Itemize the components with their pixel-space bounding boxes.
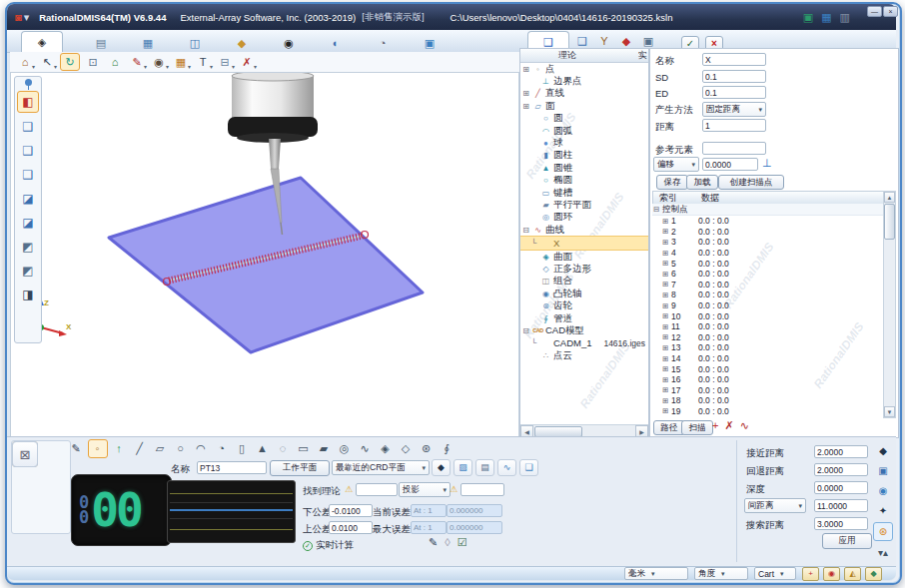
- machine-tool-button[interactable]: ⊠: [12, 441, 38, 467]
- units-select[interactable]: 毫米: [624, 567, 688, 580]
- cad-next-icon[interactable]: ❑: [519, 459, 538, 476]
- reference-input[interactable]: [702, 142, 766, 155]
- clear-result-icon[interactable]: ◊: [445, 537, 450, 548]
- control-point-row[interactable]: 90.0 : 0.0: [652, 300, 884, 311]
- lower-tol-input[interactable]: [329, 504, 373, 517]
- fit-view-icon[interactable]: ⌂: [106, 54, 124, 70]
- probe-view-1-button[interactable]: ◧: [17, 91, 39, 113]
- find-theory-input[interactable]: [356, 483, 398, 496]
- app-icon[interactable]: ◙: [15, 11, 22, 23]
- upper-tol-input[interactable]: [329, 521, 373, 534]
- clear-path-icon[interactable]: ✗: [724, 419, 733, 431]
- control-point-row[interactable]: 100.0 : 0.0: [652, 310, 884, 321]
- cylinder-feature-icon[interactable]: ▯: [233, 440, 251, 457]
- distance-input[interactable]: [702, 119, 766, 132]
- label-text-icon[interactable]: T: [194, 54, 212, 70]
- probe-view-8-button[interactable]: ◩: [18, 261, 38, 281]
- control-point-row[interactable]: 180.0 : 0.0: [652, 395, 884, 406]
- probe-mode-icon[interactable]: ◆: [432, 459, 451, 476]
- control-points-group-row[interactable]: ⊟控制点: [652, 204, 884, 216]
- tab-document[interactable]: ▤: [92, 34, 110, 52]
- axis-point-icon[interactable]: ↑: [110, 440, 128, 457]
- name-input[interactable]: [702, 53, 766, 66]
- plane-feature-icon[interactable]: ▱: [151, 440, 169, 457]
- depth-input[interactable]: [814, 481, 868, 494]
- pipe-feature-icon[interactable]: ∮: [438, 440, 455, 457]
- move-path-icon[interactable]: +: [712, 419, 718, 431]
- retract-input[interactable]: [814, 463, 868, 476]
- control-point-row[interactable]: 80.0 : 0.0: [652, 290, 884, 300]
- plan-list-icon[interactable]: ▤: [475, 459, 494, 476]
- save-button[interactable]: 保存: [656, 175, 688, 190]
- users-icon[interactable]: ▥: [840, 11, 850, 23]
- line-feature-icon[interactable]: ╱: [131, 440, 149, 457]
- control-point-row[interactable]: 20.0 : 0.0: [652, 227, 884, 238]
- tab-program[interactable]: ◫: [186, 34, 204, 52]
- scroll-down-icon[interactable]: ▼: [884, 406, 895, 417]
- probe-view-5-button[interactable]: ◪: [18, 189, 38, 209]
- probe-status-icon[interactable]: ◉: [823, 567, 840, 581]
- spacing-input[interactable]: [814, 499, 868, 512]
- refresh-view-icon[interactable]: ↻: [60, 53, 80, 71]
- strip-shield-icon[interactable]: ▣: [874, 462, 892, 479]
- control-point-row[interactable]: 60.0 : 0.0: [652, 269, 884, 280]
- pick-probe-icon[interactable]: ✎: [67, 440, 85, 457]
- strip-gear-icon[interactable]: ⊛: [873, 522, 893, 541]
- cone-feature-icon[interactable]: ▲: [254, 440, 272, 457]
- edit-result-icon[interactable]: ✎: [429, 537, 438, 548]
- control-point-row[interactable]: 110.0 : 0.0: [652, 321, 884, 332]
- control-point-row[interactable]: 140.0 : 0.0: [652, 353, 884, 364]
- realtime-calc[interactable]: ✓实时计算: [303, 539, 354, 552]
- cad-plate[interactable]: [109, 178, 423, 352]
- close-button[interactable]: ×: [883, 6, 898, 17]
- select-cursor-icon[interactable]: ↖: [38, 54, 56, 70]
- tree-col-actual[interactable]: 实: [638, 49, 647, 62]
- spacing-select[interactable]: 间距离: [744, 498, 806, 513]
- camera-icon[interactable]: ▣: [803, 11, 813, 23]
- tab-probe[interactable]: ◉: [280, 34, 298, 52]
- surface-feature-icon[interactable]: ◈: [377, 440, 395, 457]
- probe-view-9-button[interactable]: ◨: [18, 285, 38, 304]
- probe-view-3-button[interactable]: ❑: [18, 141, 38, 161]
- datasheet-icon[interactable]: ▦: [821, 11, 831, 23]
- confirm-checkbox-icon[interactable]: ☑: [457, 537, 467, 548]
- scroll-up-icon[interactable]: ▲: [884, 192, 895, 203]
- sd-input[interactable]: [702, 70, 766, 83]
- curve-feature-icon[interactable]: ∿: [356, 440, 374, 457]
- probe-view-4-button[interactable]: ❑: [18, 165, 38, 185]
- control-point-row[interactable]: 30.0 : 0.0: [652, 237, 884, 248]
- tab-clock[interactable]: ◔: [374, 34, 392, 52]
- crd-plane-select[interactable]: 最靠近的CRD平面: [332, 460, 430, 475]
- render-palette-icon[interactable]: ▦: [172, 54, 190, 70]
- minimize-button[interactable]: —: [867, 6, 882, 17]
- gear-feature-icon[interactable]: ⊛: [418, 440, 436, 457]
- point-feature-icon[interactable]: ◦: [88, 439, 108, 458]
- zoom-window-icon[interactable]: ⊡: [84, 54, 102, 70]
- control-point-row[interactable]: 150.0 : 0.0: [652, 363, 884, 374]
- create-scan-points-button[interactable]: 创建扫描点: [718, 175, 784, 190]
- probe-view-6-button[interactable]: ◪: [18, 213, 38, 233]
- table-vscroll-thumb[interactable]: [884, 204, 895, 240]
- angle-select[interactable]: 角度: [694, 567, 748, 580]
- sphere-feature-icon[interactable]: ◔: [213, 440, 231, 457]
- control-point-row[interactable]: 70.0 : 0.0: [652, 280, 884, 291]
- control-point-row[interactable]: 10.0 : 0.0: [652, 216, 884, 227]
- tab-machine[interactable]: ▣: [421, 34, 439, 52]
- eye-visibility-icon[interactable]: ◉: [150, 54, 168, 70]
- control-point-row[interactable]: 130.0 : 0.0: [652, 342, 884, 353]
- tab-table[interactable]: ▦: [139, 34, 157, 52]
- strip-probe2-icon[interactable]: ✦: [874, 502, 892, 519]
- circle-feature-icon[interactable]: ○: [172, 440, 190, 457]
- pin-icon[interactable]: [25, 79, 32, 86]
- 3d-viewport[interactable]: Z X: [10, 72, 519, 438]
- control-point-row[interactable]: 190.0 : 0.0: [652, 406, 884, 417]
- home-view-icon[interactable]: ⌂: [16, 54, 34, 70]
- strip-magnifier-icon[interactable]: ◉: [874, 482, 892, 499]
- tab-measure[interactable]: ◈: [21, 31, 63, 52]
- rotary-table-icon[interactable]: ◭: [844, 567, 861, 581]
- graph-view-icon[interactable]: ▨: [453, 459, 472, 476]
- annotate-icon[interactable]: ✎: [128, 54, 146, 70]
- app-menu-icon[interactable]: ▾: [24, 11, 30, 23]
- col-data[interactable]: 数据: [701, 192, 719, 205]
- search-input[interactable]: [814, 517, 868, 530]
